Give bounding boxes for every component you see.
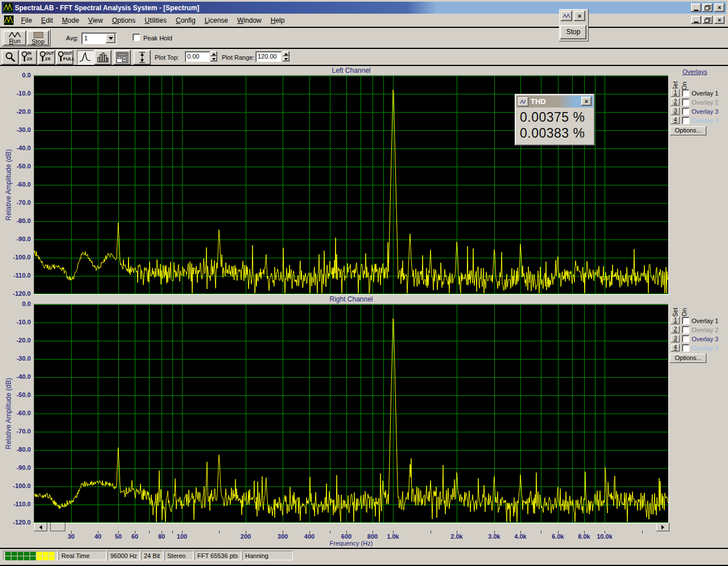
thd-window-icon[interactable]	[518, 97, 528, 106]
overlay-2-set-button[interactable]: 2	[671, 98, 680, 106]
overlay-1-set-button[interactable]: 1	[671, 317, 680, 324]
meter-segment-green	[11, 556, 17, 560]
overlay-4-set-button[interactable]: 4	[671, 344, 680, 352]
floating-stop-button[interactable]: Stop	[560, 25, 586, 39]
floating-close-button[interactable]: ×	[574, 11, 585, 21]
overlay-4-label: Overlay 4	[692, 345, 718, 352]
right-channel-plot[interactable]	[34, 304, 668, 523]
overlay-3-on-checkbox[interactable]	[682, 108, 689, 115]
scroll-left-button[interactable]	[34, 523, 47, 531]
child-close-button[interactable]: ×	[714, 16, 725, 24]
document-icon[interactable]	[4, 15, 14, 25]
overlay-2-on-checkbox[interactable]	[682, 98, 689, 106]
menu-item-mode[interactable]: Mode	[57, 15, 84, 26]
spectrum-display-button[interactable]	[77, 50, 94, 65]
floating-toolbar-window[interactable]: × Stop	[559, 9, 589, 42]
menu-item-edit[interactable]: Edit	[36, 15, 57, 26]
overlay-4-set-button[interactable]: 4	[671, 117, 680, 124]
close-icon: ×	[718, 5, 721, 11]
overlay-4-on-checkbox[interactable]	[682, 117, 689, 124]
zoom-mode-text: OUT	[46, 51, 54, 55]
close-button[interactable]: ×	[714, 3, 725, 12]
menu-item-utilities[interactable]: Utilities	[140, 15, 171, 26]
zoom-in-2x-button[interactable]: IN2X	[20, 50, 37, 65]
status-bar: Real Time96000 Hz24 BitStereoFFT 65536 p…	[0, 550, 728, 562]
overlay-2-on-checkbox[interactable]	[682, 326, 689, 333]
overlay-4-on-checkbox[interactable]	[682, 344, 689, 352]
y-tick-label: 0.0	[1, 300, 31, 307]
thd-window[interactable]: THD × 0.00375 % 0.00383 %	[515, 94, 595, 146]
zoom-out-2x-button[interactable]: OUT2X	[38, 50, 55, 65]
overlay-options-button[interactable]: Options...	[670, 354, 706, 363]
title-bar[interactable]: SpectraLAB - FFT Spectral Analysis Syste…	[2, 2, 726, 14]
scroll-right-button[interactable]	[656, 523, 669, 531]
menu-item-window[interactable]: Window	[233, 15, 266, 26]
bar-chart-icon	[96, 52, 110, 63]
overlay-options-button[interactable]: Options...	[670, 126, 706, 135]
floating-waveform-button[interactable]	[561, 11, 572, 21]
right-channel-trace	[34, 319, 668, 522]
plot-top-field[interactable]: 0.00	[185, 51, 210, 62]
x-tick	[182, 531, 183, 534]
x-tick-label: 300	[278, 533, 288, 540]
thd-title-bar[interactable]: THD ×	[516, 96, 593, 108]
plot-range-spinner[interactable]	[283, 51, 289, 61]
meter-segment-yellow	[36, 556, 42, 560]
restore-icon	[705, 5, 710, 10]
bar-display-button[interactable]	[94, 50, 111, 65]
amplitude-scale-button[interactable]	[134, 50, 151, 65]
peak-hold-checkbox[interactable]	[133, 34, 140, 41]
meter-segment-green	[11, 552, 17, 556]
zoom-select-button[interactable]	[2, 50, 19, 65]
y-tick-label: -10.0	[1, 90, 31, 97]
spinner-down-icon[interactable]	[283, 56, 289, 61]
menu-item-file[interactable]: File	[16, 15, 36, 26]
overlay-3-on-checkbox[interactable]	[682, 335, 689, 342]
child-minimize-button[interactable]	[691, 16, 701, 24]
spinner-down-icon[interactable]	[210, 56, 217, 61]
restore-icon	[705, 18, 710, 23]
overlay-1-on-checkbox[interactable]	[682, 317, 689, 324]
zoom-amount-text: FULL	[63, 56, 75, 61]
app-icon[interactable]	[3, 3, 13, 15]
menu-item-view[interactable]: View	[84, 15, 107, 26]
spinner-up-icon[interactable]	[210, 51, 217, 56]
overlay-3-set-button[interactable]: 3	[671, 108, 680, 115]
close-icon: ×	[585, 98, 588, 105]
y-tick-label: -10.0	[1, 319, 31, 325]
avg-dropdown-button[interactable]	[106, 34, 115, 43]
plot-range-field[interactable]: 120.00	[255, 51, 282, 62]
plot-top-value: 0.00	[187, 53, 199, 60]
plot-top-spinner[interactable]	[210, 51, 217, 61]
minimize-button[interactable]	[691, 3, 701, 12]
menu-item-license[interactable]: License	[200, 15, 233, 26]
level-meter	[3, 551, 57, 560]
thd-close-button[interactable]: ×	[581, 97, 592, 106]
overlay-2-set-button[interactable]: 2	[671, 326, 680, 333]
x-tick	[494, 531, 495, 534]
overlays-title[interactable]: Overlays	[682, 68, 707, 75]
overlay-1-set-button[interactable]: 1	[671, 89, 680, 97]
display-options-button[interactable]	[114, 50, 131, 65]
meter-segment-yellow	[49, 556, 55, 560]
scroll-thumb[interactable]	[50, 523, 65, 531]
child-restore-button[interactable]	[702, 16, 713, 24]
zoom-out-full-button[interactable]: OUTFULL	[56, 50, 73, 65]
x-tick	[162, 531, 162, 534]
x-tick	[558, 531, 559, 534]
menu-item-config[interactable]: Config	[171, 15, 200, 26]
stop-button[interactable]: Stop	[27, 31, 49, 46]
avg-combobox[interactable]: 1	[81, 32, 117, 44]
restore-button[interactable]	[702, 3, 713, 12]
meter-segment-green	[30, 556, 36, 560]
menu-item-options[interactable]: Options	[107, 15, 140, 26]
spinner-up-icon[interactable]	[283, 51, 289, 56]
run-button[interactable]: Run	[3, 31, 26, 46]
overlay-1-on-checkbox[interactable]	[682, 89, 689, 97]
x-tick-label: 800	[367, 533, 378, 540]
y-tick-label: -30.0	[1, 126, 31, 133]
overlay-3-set-button[interactable]: 3	[671, 335, 680, 342]
menu-item-help[interactable]: Help	[266, 15, 289, 26]
x-tick-label: 200	[241, 533, 251, 540]
chevron-down-icon	[109, 37, 113, 40]
